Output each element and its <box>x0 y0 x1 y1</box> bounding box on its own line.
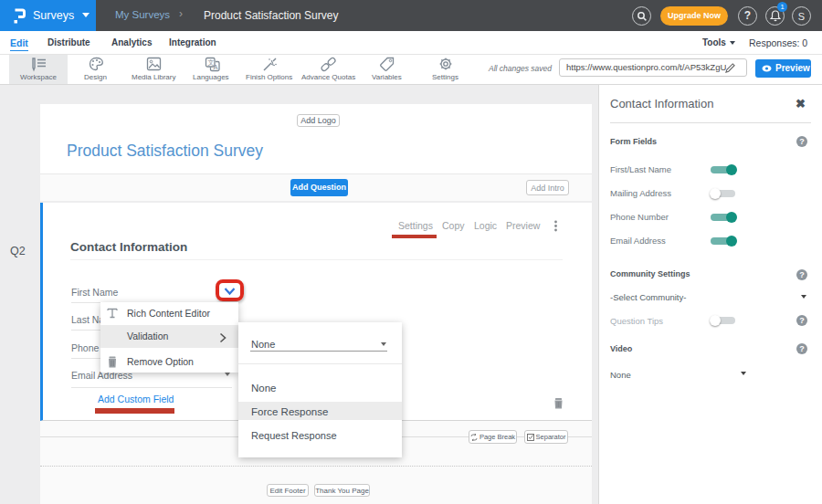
svg-text:A: A <box>214 63 218 71</box>
